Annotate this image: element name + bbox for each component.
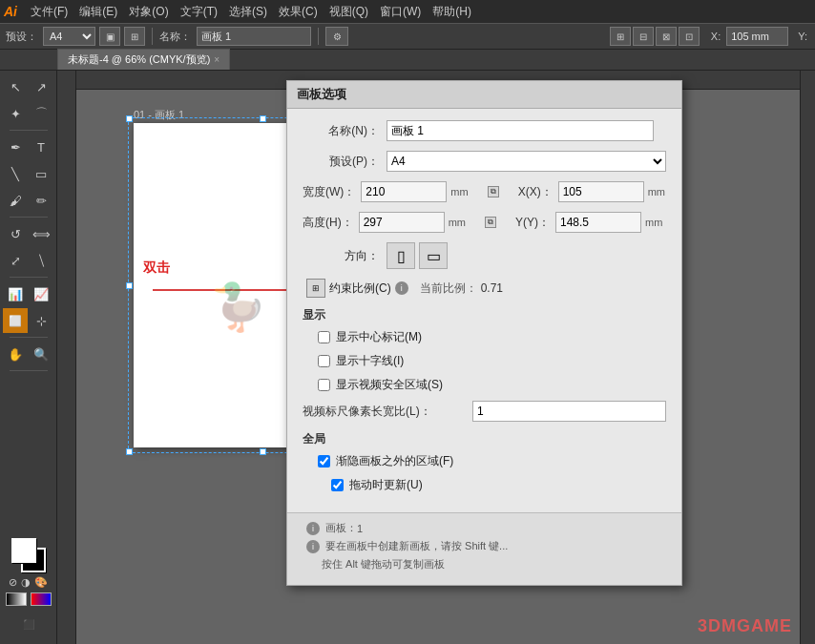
preset-select[interactable]: A4 A3 Letter bbox=[43, 27, 95, 46]
menu-window[interactable]: 窗口(W) bbox=[374, 4, 427, 20]
menu-view[interactable]: 视图(Q) bbox=[324, 4, 374, 20]
dialog-title: 画板选项 bbox=[287, 81, 681, 109]
handle-bm[interactable] bbox=[260, 448, 266, 455]
constraint-label: 约束比例(C) bbox=[329, 280, 391, 297]
footer-info-icon-2: i bbox=[306, 540, 320, 553]
slice-tool[interactable]: ⊹ bbox=[29, 308, 53, 333]
constraint-icon[interactable]: ⊞ bbox=[306, 279, 325, 298]
update-on-drag-checkbox[interactable] bbox=[331, 479, 344, 491]
selection-tool[interactable]: ↖ bbox=[3, 74, 28, 99]
dialog-footer: i 画板： 1 i 要在画板中创建新画板，请按 Shift 键... 按住 Al… bbox=[287, 512, 681, 585]
handle-ml[interactable] bbox=[126, 282, 133, 289]
video-pixel-ratio-label: 视频标尺像素长宽比(L)： bbox=[303, 404, 465, 420]
foreground-color-swatch[interactable] bbox=[11, 538, 36, 563]
handle-tm[interactable] bbox=[260, 115, 266, 122]
show-video-safe-label: 显示视频安全区域(S) bbox=[336, 377, 443, 393]
rotate-tool[interactable]: ↺ bbox=[3, 221, 28, 246]
zoom-tool[interactable]: 🔍 bbox=[29, 342, 53, 366]
toolbar-preset-btn[interactable]: ⚙ bbox=[325, 27, 348, 46]
menu-effect[interactable]: 效果(C) bbox=[273, 4, 324, 20]
link-icon-2[interactable]: ⧉ bbox=[485, 217, 496, 228]
artboard-label: 01 - 画板 1 bbox=[134, 108, 184, 122]
update-on-drag-row: 拖动时更新(U) bbox=[331, 477, 666, 493]
artboard-tool[interactable]: ⬜ bbox=[3, 308, 28, 333]
preset-dropdown[interactable]: A4 A3 Letter 自定义 bbox=[387, 151, 666, 172]
show-cross-label: 显示十字线(I) bbox=[336, 353, 404, 369]
gradient-icon[interactable]: ◑ bbox=[21, 576, 31, 589]
height-pair: 高度(H)： mm bbox=[303, 212, 466, 233]
paintbrush-tool[interactable]: 🖌 bbox=[3, 188, 28, 213]
fade-outside-checkbox[interactable] bbox=[318, 455, 330, 467]
menu-select[interactable]: 选择(S) bbox=[223, 4, 273, 20]
line-tool[interactable]: ╲ bbox=[3, 161, 28, 186]
height-input[interactable] bbox=[359, 212, 445, 233]
name-row: 名称(N)： bbox=[303, 120, 666, 141]
toolbar-grid-btn-3[interactable]: ⊠ bbox=[656, 27, 677, 46]
pen-tool[interactable]: ✒ bbox=[3, 135, 28, 159]
handle-bl[interactable] bbox=[126, 448, 133, 455]
display-section-title: 显示 bbox=[303, 307, 666, 323]
pencil-tool[interactable]: ✏ bbox=[29, 188, 53, 213]
current-ratio-label: 当前比例： bbox=[420, 280, 477, 297]
width-pair: 宽度(W)： mm bbox=[303, 181, 469, 202]
toolbar-grid-btn-4[interactable]: ⊡ bbox=[679, 27, 700, 46]
tool-row-4: ╲ ▭ bbox=[3, 161, 53, 186]
handle-tl[interactable] bbox=[126, 115, 133, 122]
annotation-text: 双击 bbox=[143, 260, 170, 277]
menu-object[interactable]: 对象(O) bbox=[123, 4, 174, 20]
toolbar-grid-btn-1[interactable]: ⊞ bbox=[610, 27, 631, 46]
tool-sep-3 bbox=[10, 277, 48, 278]
show-cross-checkbox[interactable] bbox=[318, 355, 330, 367]
reflect-tool[interactable]: ⟺ bbox=[29, 221, 53, 246]
video-pixel-ratio-input[interactable] bbox=[472, 401, 666, 422]
global-section-title: 全局 bbox=[303, 431, 666, 447]
direct-select-tool[interactable]: ↗ bbox=[29, 74, 53, 99]
bar-graph-tool[interactable]: 📈 bbox=[29, 281, 53, 306]
landscape-btn[interactable]: ▭ bbox=[419, 242, 448, 269]
scale-tool[interactable]: ⤢ bbox=[3, 248, 28, 273]
preset-label: 预设： bbox=[6, 30, 37, 44]
color-area: ⊘ ◑ 🎨 ⬛ bbox=[6, 538, 52, 640]
menu-edit[interactable]: 编辑(E) bbox=[73, 4, 123, 20]
show-video-safe-row: 显示视频安全区域(S) bbox=[318, 377, 666, 393]
toolbar-btn-2[interactable]: ⊞ bbox=[124, 27, 145, 46]
toolbar-grid-btn-2[interactable]: ⊟ bbox=[633, 27, 654, 46]
artboard-name-input[interactable] bbox=[197, 27, 311, 46]
shear-tool[interactable]: ⧹ bbox=[29, 248, 53, 273]
hand-tool[interactable]: ✋ bbox=[3, 342, 28, 366]
magic-wand-tool[interactable]: ✦ bbox=[3, 101, 28, 126]
gray-swatch[interactable] bbox=[6, 592, 27, 606]
type-tool[interactable]: T bbox=[29, 135, 53, 159]
document-tab[interactable]: 未标题-4 @ 66% (CMYK/预览) × bbox=[57, 49, 230, 70]
left-toolbar: ↖ ↗ ✦ ⌒ ✒ T ╲ ▭ 🖌 ✏ ↺ ⟺ ⤢ ⧹ 📊 bbox=[0, 71, 57, 644]
x-coord-input[interactable] bbox=[726, 27, 788, 46]
tab-close-icon[interactable]: × bbox=[214, 54, 219, 65]
tool-row-3: ✒ T bbox=[3, 135, 53, 159]
show-center-checkbox[interactable] bbox=[318, 331, 330, 343]
menu-text[interactable]: 文字(T) bbox=[175, 4, 223, 20]
constraint-info-icon[interactable]: i bbox=[395, 281, 408, 295]
link-icon[interactable]: ⧉ bbox=[488, 186, 499, 197]
none-color-icon[interactable]: ⊘ bbox=[9, 576, 17, 589]
menu-help[interactable]: 帮助(H) bbox=[427, 4, 477, 20]
menu-file[interactable]: 文件(F) bbox=[25, 4, 73, 20]
portrait-btn[interactable]: ▯ bbox=[387, 242, 415, 269]
toolbar-btn-1[interactable]: ▣ bbox=[99, 27, 120, 46]
name-label: 名称： bbox=[159, 30, 191, 44]
lasso-tool[interactable]: ⌒ bbox=[29, 101, 53, 126]
graph-tool[interactable]: 📊 bbox=[3, 281, 28, 306]
x-field-input[interactable] bbox=[558, 181, 644, 202]
view-toggle-btn[interactable]: ⬛ bbox=[11, 612, 46, 636]
tab-bar: 未标题-4 @ 66% (CMYK/预览) × bbox=[0, 50, 815, 71]
width-input[interactable] bbox=[361, 181, 447, 202]
show-center-label: 显示中心标记(M) bbox=[336, 329, 422, 345]
right-strip bbox=[800, 71, 815, 644]
rect-tool[interactable]: ▭ bbox=[29, 161, 53, 186]
dialog-body: 名称(N)： 预设(P)： A4 A3 Letter 自定义 bbox=[287, 109, 681, 512]
color-swatch[interactable] bbox=[31, 592, 52, 606]
y-field-input[interactable] bbox=[555, 212, 641, 233]
artboard-name-field[interactable] bbox=[387, 120, 654, 141]
color-mode-icon[interactable]: 🎨 bbox=[34, 576, 48, 589]
show-video-safe-checkbox[interactable] bbox=[318, 379, 330, 391]
color-squares bbox=[11, 538, 46, 572]
